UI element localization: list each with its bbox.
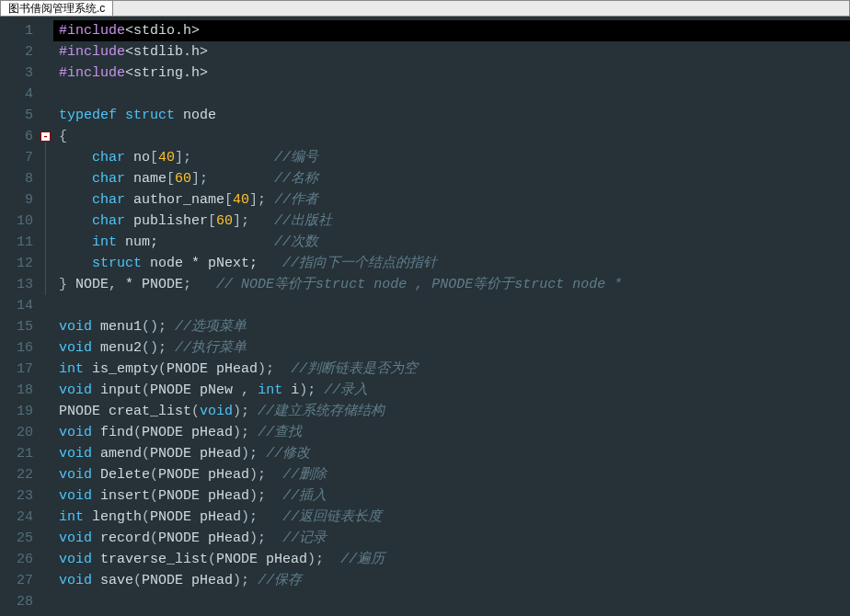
token-id bbox=[59, 213, 92, 229]
token-id bbox=[92, 467, 100, 483]
token-punc: (); bbox=[142, 319, 167, 335]
line-number: 3 bbox=[6, 63, 33, 84]
code-line[interactable]: void insert(PNODE pHead); //插入 bbox=[59, 485, 622, 507]
code-line[interactable] bbox=[59, 295, 622, 316]
token-id bbox=[191, 150, 274, 165]
code-line[interactable]: PNODE creat_list(void); //建立系统存储结构 bbox=[59, 401, 622, 422]
line-number-gutter: 1234567891011121314151617181920212223242… bbox=[0, 17, 40, 616]
token-punc: ( bbox=[142, 446, 150, 462]
line-number: 20 bbox=[6, 422, 33, 443]
code-line[interactable]: { bbox=[59, 126, 622, 147]
token-cmt: //录入 bbox=[324, 382, 368, 398]
token-num: 60 bbox=[216, 213, 233, 229]
token-id bbox=[258, 256, 282, 271]
token-cmt: //出版社 bbox=[274, 213, 332, 229]
token-cmt: //记录 bbox=[282, 530, 327, 546]
code-line[interactable]: typedef struct node bbox=[59, 105, 622, 126]
code-line[interactable]: char name[60]; //名称 bbox=[59, 168, 622, 189]
token-fn: creat_list bbox=[109, 404, 191, 419]
token-punc: ( bbox=[150, 530, 158, 546]
file-tab[interactable]: 图书借阅管理系统.c bbox=[1, 1, 113, 16]
code-line[interactable]: void menu1(); //选项菜单 bbox=[59, 316, 622, 337]
token-id bbox=[249, 404, 258, 419]
token-id: PNODE pHead bbox=[158, 488, 249, 504]
line-number: 13 bbox=[6, 274, 33, 295]
token-id bbox=[324, 552, 340, 567]
token-kw: int bbox=[59, 361, 84, 377]
token-punc: ]; bbox=[249, 192, 266, 208]
token-num: 40 bbox=[233, 192, 249, 208]
token-id bbox=[92, 319, 100, 335]
fold-guide bbox=[45, 142, 46, 295]
code-line[interactable]: void Delete(PNODE pHead); //删除 bbox=[59, 464, 622, 485]
token-id bbox=[84, 509, 92, 525]
token-id: name bbox=[125, 171, 167, 187]
token-id bbox=[158, 234, 274, 250]
token-cmt: //执行菜单 bbox=[175, 340, 247, 356]
code-line[interactable]: void traverse_list(PNODE pHead); //遍历 bbox=[59, 549, 622, 570]
code-line[interactable] bbox=[59, 84, 622, 105]
code-line[interactable]: void input(PNODE pNew , int i); //录入 bbox=[59, 380, 622, 401]
tab-bar: 图书借阅管理系统.c bbox=[0, 0, 850, 17]
code-line[interactable]: #include<string.h> bbox=[59, 63, 622, 84]
code-line[interactable]: int num; //次数 bbox=[59, 232, 622, 253]
token-id bbox=[59, 171, 92, 187]
token-id bbox=[266, 530, 282, 546]
code-line[interactable]: char author_name[40]; //作者 bbox=[59, 189, 622, 211]
token-inc: <stdlib.h> bbox=[125, 44, 208, 60]
token-fn: input bbox=[100, 382, 142, 398]
token-kw: int bbox=[258, 382, 282, 398]
token-kw: void bbox=[59, 467, 92, 483]
code-line[interactable]: #include<stdlib.h> bbox=[59, 41, 622, 63]
code-line[interactable]: int length(PNODE pHead); //返回链表长度 bbox=[59, 507, 622, 528]
code-editor[interactable]: 1234567891011121314151617181920212223242… bbox=[0, 17, 850, 616]
token-id: PNODE pHead bbox=[150, 509, 241, 525]
token-pre: #include bbox=[59, 23, 125, 39]
code-line[interactable] bbox=[59, 591, 622, 612]
token-fn: record bbox=[100, 530, 150, 546]
token-id: publisher bbox=[125, 213, 208, 229]
token-id: NODE bbox=[75, 277, 109, 292]
line-number: 14 bbox=[6, 295, 33, 316]
fold-toggle-icon[interactable]: - bbox=[40, 131, 51, 142]
token-id: PNODE pHead bbox=[158, 467, 249, 483]
token-punc: ( bbox=[142, 382, 150, 398]
token-fn: menu2 bbox=[100, 340, 142, 356]
token-id bbox=[266, 467, 282, 483]
code-line[interactable]: void amend(PNODE pHead); //修改 bbox=[59, 443, 622, 464]
token-punc: ); bbox=[249, 467, 266, 483]
token-pre: #include bbox=[59, 65, 125, 81]
token-fn: find bbox=[100, 425, 133, 440]
token-id bbox=[191, 277, 216, 292]
line-number: 12 bbox=[6, 253, 33, 274]
token-kw: struct bbox=[125, 108, 175, 123]
token-id bbox=[316, 382, 324, 398]
token-kw: typedef bbox=[59, 108, 117, 123]
token-kw: char bbox=[92, 192, 125, 208]
line-number: 17 bbox=[6, 359, 33, 380]
token-id bbox=[92, 382, 100, 398]
token-fn: insert bbox=[100, 488, 150, 504]
code-line[interactable]: } NODE, * PNODE; // NODE等价于struct node ,… bbox=[59, 274, 622, 295]
line-number: 10 bbox=[6, 211, 33, 232]
token-cmt: //返回链表长度 bbox=[282, 509, 382, 525]
code-area[interactable]: #include<stdio.h>#include<stdlib.h>#incl… bbox=[53, 17, 622, 616]
token-id bbox=[92, 552, 100, 567]
code-line[interactable]: void save(PNODE pHead); //保存 bbox=[59, 570, 622, 591]
code-line[interactable]: struct node * pNext; //指向下一个结点的指针 bbox=[59, 253, 622, 274]
code-line[interactable]: void menu2(); //执行菜单 bbox=[59, 337, 622, 359]
code-line[interactable]: void find(PNODE pHead); //查找 bbox=[59, 422, 622, 443]
line-number: 19 bbox=[6, 401, 33, 422]
code-line[interactable]: char publisher[60]; //出版社 bbox=[59, 211, 622, 232]
line-number: 7 bbox=[6, 147, 33, 168]
token-id: PNODE bbox=[59, 404, 109, 419]
code-line[interactable]: int is_empty(PNODE pHead); //判断链表是否为空 bbox=[59, 359, 622, 380]
code-line[interactable]: #include<stdio.h> bbox=[53, 20, 850, 41]
token-cmt: //遍历 bbox=[340, 552, 385, 567]
token-kw: void bbox=[59, 425, 92, 440]
token-cmt: //判断链表是否为空 bbox=[291, 361, 418, 377]
code-line[interactable]: void record(PNODE pHead); //记录 bbox=[59, 528, 622, 549]
code-line[interactable]: char no[40]; //编号 bbox=[59, 147, 622, 168]
token-punc: ]; bbox=[233, 213, 249, 229]
token-id bbox=[92, 573, 100, 588]
